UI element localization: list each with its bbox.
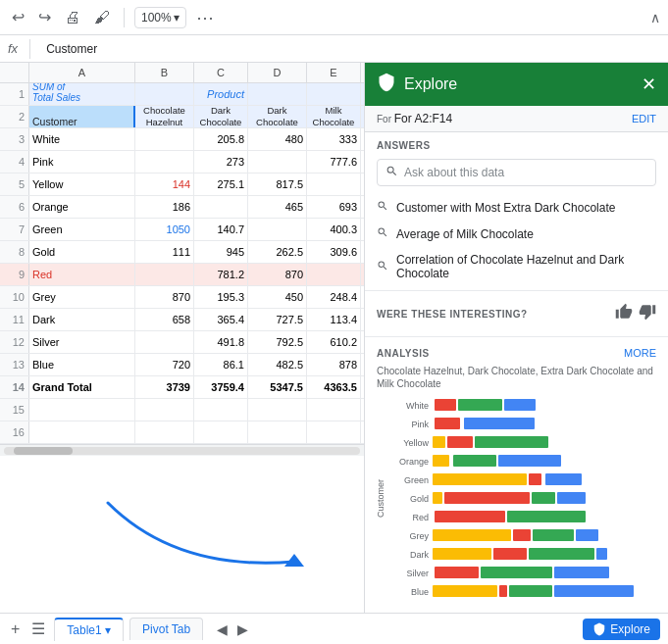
cell-c[interactable] xyxy=(194,196,248,218)
cell-b[interactable] xyxy=(135,264,194,285)
cell-d[interactable]: 465 xyxy=(248,196,307,218)
cell-c[interactable] xyxy=(194,399,248,421)
col-header-d[interactable]: D xyxy=(248,63,307,82)
cell-c[interactable]: 781.2 xyxy=(194,264,248,285)
scrollbar-track[interactable] xyxy=(4,447,360,455)
cell-a1[interactable]: SUM ofTotal Sales xyxy=(29,83,135,105)
cell-e[interactable]: 248.4 xyxy=(307,286,361,308)
tab-pivot[interactable]: Pivot Tab xyxy=(129,618,203,640)
cell-d[interactable]: 480 xyxy=(248,128,307,150)
table-row[interactable]: 11 Dark 658 365.4 727.5 113.4 xyxy=(0,309,364,331)
cell-a[interactable]: Pink xyxy=(29,151,135,173)
cell-a[interactable]: White xyxy=(29,128,135,150)
search-box[interactable]: Ask about this data xyxy=(377,159,656,186)
table-row[interactable]: 12 Silver 491.8 792.5 610.2 xyxy=(0,331,364,354)
undo-icon[interactable]: ↩ xyxy=(8,4,28,30)
cell-c2[interactable]: DarkChocolate xyxy=(194,106,248,127)
horizontal-scrollbar[interactable] xyxy=(0,444,364,456)
cell-e[interactable] xyxy=(307,173,361,195)
cell-a[interactable] xyxy=(29,421,135,443)
cell-d[interactable] xyxy=(248,399,307,421)
analysis-more-button[interactable]: MORE xyxy=(624,347,656,359)
cell-b-grand[interactable]: 3739 xyxy=(135,376,194,398)
cell-c[interactable]: 205.8 xyxy=(194,128,248,150)
explore-close-button[interactable]: ✕ xyxy=(642,74,656,95)
col-header-b[interactable]: B xyxy=(135,63,194,82)
thumbs-down-button[interactable] xyxy=(639,303,656,324)
cell-b[interactable] xyxy=(135,421,194,443)
redo-icon[interactable]: ↪ xyxy=(34,4,55,30)
cell-e[interactable]: 777.6 xyxy=(307,151,361,173)
grand-total-row[interactable]: 14 Grand Total 3739 3759.4 5347.5 4363.5 xyxy=(0,376,364,399)
add-sheet-button[interactable]: + xyxy=(8,618,23,641)
cell-c-grand[interactable]: 3759.4 xyxy=(194,376,248,398)
cell-d[interactable]: 482.5 xyxy=(248,354,307,375)
cell-a[interactable]: Orange xyxy=(29,196,135,218)
table-row[interactable]: 1 SUM ofTotal Sales Product xyxy=(0,83,364,106)
thumbs-up-button[interactable] xyxy=(615,303,633,324)
cell-b[interactable]: 870 xyxy=(135,286,194,308)
table-row[interactable]: 6 Orange 186 465 693 xyxy=(0,196,364,219)
cell-c[interactable]: 365.4 xyxy=(194,309,248,330)
cell-e[interactable]: 400.3 xyxy=(307,219,361,240)
cell-a2[interactable]: Customer xyxy=(29,106,135,127)
cell-b[interactable]: 186 xyxy=(135,196,194,218)
cell-d[interactable] xyxy=(248,421,307,443)
table-row[interactable]: 7 Green 1050 140.7 400.3 xyxy=(0,219,364,241)
cell-e[interactable] xyxy=(307,264,361,285)
table-row[interactable]: 2 Customer ChocolateHazelnut DarkChocola… xyxy=(0,106,364,128)
table-row[interactable]: 9 Red 781.2 870 xyxy=(0,264,364,286)
table-row[interactable]: 10 Grey 870 195.3 450 248.4 xyxy=(0,286,364,309)
cell-e[interactable]: 113.4 xyxy=(307,309,361,330)
cell-d[interactable]: 450 xyxy=(248,286,307,308)
cell-c1[interactable]: Product xyxy=(194,83,248,105)
cell-e[interactable]: 309.6 xyxy=(307,241,361,263)
cell-d-grand[interactable]: 5347.5 xyxy=(248,376,307,398)
table-row[interactable]: 4 Pink 273 777.6 xyxy=(0,151,364,173)
cell-a[interactable]: Dark xyxy=(29,309,135,330)
col-header-e[interactable]: E xyxy=(307,63,361,82)
suggestion-item[interactable]: Correlation of Chocolate Hazelnut and Da… xyxy=(365,247,668,286)
formula-value[interactable]: Customer xyxy=(38,42,97,56)
suggestion-item[interactable]: Average of Milk Chocolate xyxy=(365,221,668,247)
explore-button[interactable]: Explore xyxy=(583,619,660,640)
cell-a[interactable] xyxy=(29,399,135,421)
cell-e[interactable] xyxy=(307,399,361,421)
cell-d[interactable]: 792.5 xyxy=(248,331,307,353)
cell-d[interactable]: 262.5 xyxy=(248,241,307,263)
table-row[interactable]: 5 Yellow 144 275.1 817.5 xyxy=(0,173,364,196)
suggestion-item[interactable]: Customer with Most Extra Dark Chocolate xyxy=(365,194,668,221)
cell-b[interactable]: 720 xyxy=(135,354,194,375)
cell-a[interactable]: Gold xyxy=(29,241,135,263)
cell-b[interactable] xyxy=(135,331,194,353)
cell-e[interactable] xyxy=(307,421,361,443)
zoom-selector[interactable]: 100% ▾ xyxy=(134,7,186,28)
cell-b2[interactable]: ChocolateHazelnut xyxy=(135,106,194,127)
cell-d1[interactable] xyxy=(248,83,307,105)
cell-c[interactable]: 140.7 xyxy=(194,219,248,240)
cell-c[interactable] xyxy=(194,421,248,443)
cell-a[interactable]: Red xyxy=(29,264,135,285)
cell-b1[interactable] xyxy=(135,83,194,105)
cell-e-grand[interactable]: 4363.5 xyxy=(307,376,361,398)
explore-edit-button[interactable]: EDIT xyxy=(632,113,656,124)
tab-table1[interactable]: Table1 ▾ xyxy=(54,618,124,641)
cell-a[interactable]: Blue xyxy=(29,354,135,375)
cell-b[interactable] xyxy=(135,128,194,150)
collapse-icon[interactable]: ∧ xyxy=(650,10,660,25)
cell-c[interactable]: 945 xyxy=(194,241,248,263)
nav-left-button[interactable]: ◀ xyxy=(213,619,231,639)
cell-a[interactable]: Yellow xyxy=(29,173,135,195)
cell-c[interactable]: 195.3 xyxy=(194,286,248,308)
cell-d2[interactable]: ExtraDarkChocolate xyxy=(248,106,307,127)
cell-a[interactable]: Green xyxy=(29,219,135,240)
cell-b[interactable]: 111 xyxy=(135,241,194,263)
cell-e[interactable]: 878 xyxy=(307,354,361,375)
cell-c[interactable]: 275.1 xyxy=(194,173,248,195)
cell-e[interactable]: 693 xyxy=(307,196,361,218)
cell-d[interactable]: 870 xyxy=(248,264,307,285)
print-icon[interactable]: 🖨 xyxy=(61,5,84,30)
table-row[interactable]: 8 Gold 111 945 262.5 309.6 xyxy=(0,241,364,264)
cell-b[interactable] xyxy=(135,151,194,173)
cell-b[interactable] xyxy=(135,399,194,421)
